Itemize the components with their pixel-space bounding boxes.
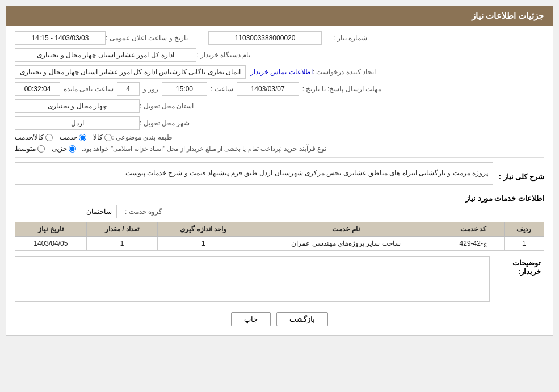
purchase-type-label: نوع فرآیند خرید : (280, 145, 326, 153)
category-kala-khadamat-radio[interactable] (45, 134, 53, 141)
contact-link[interactable]: اطلاعات تماس خریدار (250, 68, 313, 76)
need-number-label: شماره نیاز : (322, 34, 367, 42)
response-days-value: 4 (117, 82, 140, 96)
announce-label: تاریخ و ساعت اعلان عمومی : (106, 34, 188, 42)
response-days-label: روز و (143, 85, 158, 93)
back-button[interactable]: بازگشت (276, 312, 328, 326)
need-number-row: شماره نیاز : 1103003388000020 تاریخ و سا… (15, 31, 544, 45)
category-kala-label: کالا (93, 133, 103, 141)
purchase-jozi-radio[interactable] (69, 145, 76, 153)
remaining-label: ساعت باقی مانده (64, 85, 114, 93)
province-value: چهار محال و بختیاری (15, 99, 140, 113)
category-row: طبقه بندی موضوعی : کالا/خدمت خدمت کالا (15, 133, 544, 141)
group-service-row: گروه خدمت : (15, 205, 544, 218)
services-table: ردیف کد خدمت نام خدمت واحد اندازه گیری ت… (15, 222, 544, 251)
panel-title: جزئیات اطلاعات نیاز (6, 6, 553, 26)
category-radio-group: کالا/خدمت خدمت کالا (15, 133, 112, 141)
group-service-input[interactable] (15, 205, 117, 218)
province-label: استان محل تحویل : (140, 102, 194, 110)
response-deadline-label: مهلت ارسال پاسخ: تا تاریخ : (302, 85, 381, 93)
purchase-jozi-item[interactable]: جزیی (52, 145, 76, 153)
description-label: شرح کلی نیاز : (493, 172, 544, 181)
response-time-value: 15:00 (162, 82, 207, 96)
description-row: شرح کلی نیاز : پروژه مرمت و بازگشایی ابن… (15, 162, 544, 189)
group-service-label: گروه خدمت : (117, 208, 162, 216)
col-unit: واحد اندازه گیری (158, 222, 249, 236)
description-text: پروژه مرمت و بازگشایی ابنراه های مناطق ع… (15, 162, 493, 185)
category-khadamat-label: خدمت (60, 133, 77, 141)
col-service-code: کد خدمت (443, 222, 504, 236)
category-kala-item[interactable]: کالا (93, 133, 112, 141)
category-khadamat-radio[interactable] (79, 134, 86, 141)
city-value: اردل (15, 116, 140, 130)
category-kala-khadamat-label: کالا/خدمت (15, 133, 44, 141)
col-row-num: ردیف (504, 222, 544, 236)
need-number-value: 1103003388000020 (208, 31, 322, 45)
purchase-type-radio-group: متوسط جزیی (15, 145, 76, 153)
creator-value: ایمان نظری ناگانی کارشناس اداره کل امور … (15, 65, 246, 79)
category-kala-khadamat-item[interactable]: کالا/خدمت (15, 133, 53, 141)
notes-row: توضیحات خریدار: (15, 256, 544, 302)
purchase-jozi-label: جزیی (52, 145, 67, 153)
button-row: بازگشت چاپ (15, 306, 544, 330)
city-row: شهر محل تحویل : اردل (15, 116, 544, 130)
category-kala-radio[interactable] (104, 134, 112, 141)
response-date-value: 1403/03/07 (237, 82, 299, 96)
col-delivery-date: تاریخ نیاز (15, 222, 87, 236)
buyer-org-value: اداره کل امور عشایر استان چهار محال و بخ… (15, 48, 196, 62)
city-label: شهر محل تحویل : (140, 119, 190, 127)
province-row: استان محل تحویل : چهار محال و بختیاری (15, 99, 544, 113)
category-label: طبقه بندی موضوعی : (112, 133, 172, 141)
purchase-motavaset-label: متوسط (15, 145, 36, 153)
creator-row: ایجاد کننده درخواست : اطلاعات تماس خریدا… (15, 65, 544, 79)
purchase-motavaset-item[interactable]: متوسط (15, 145, 45, 153)
table-row: 1ج-42-429ساخت سایر پروژه‌های مهندسی عمرا… (15, 236, 544, 250)
response-time-label: ساعت : (211, 85, 233, 93)
print-button[interactable]: چاپ (231, 312, 271, 326)
announce-value: 1403/03/03 - 14:15 (15, 31, 106, 45)
purchase-type-row: نوع فرآیند خرید : متوسط جزیی پرداخت تمام… (15, 145, 544, 153)
category-khadamat-item[interactable]: خدمت (60, 133, 86, 141)
purchase-motavaset-radio[interactable] (37, 145, 45, 153)
buyer-notes-textarea[interactable] (15, 256, 490, 302)
deadline-row: مهلت ارسال پاسخ: تا تاریخ : 1403/03/07 س… (15, 82, 544, 96)
col-quantity: تعداد / مقدار (86, 222, 158, 236)
buyer-org-label: نام دستگاه خریدار : (196, 51, 250, 59)
purchase-note: پرداخت تمام یا بخشی از مبلغ خریدار از مح… (82, 145, 280, 153)
buyer-org-row: نام دستگاه خریدار : اداره کل امور عشایر … (15, 48, 544, 62)
services-section-label: اطلاعات خدمات مورد نیاز (15, 194, 544, 203)
creator-label: ایجاد کننده درخواست : (313, 68, 376, 76)
remaining-value: 00:32:04 (15, 82, 60, 96)
col-service-name: نام خدمت (249, 222, 443, 236)
notes-label: توضیحات خریدار: (490, 256, 541, 276)
